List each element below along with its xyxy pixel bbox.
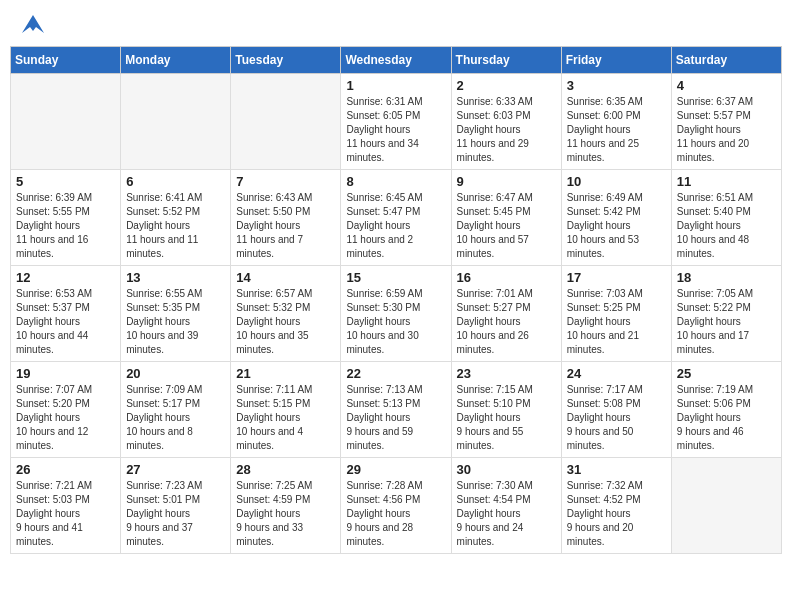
calendar-cell: 4Sunrise: 6:37 AMSunset: 5:57 PMDaylight… <box>671 74 781 170</box>
day-number: 7 <box>236 174 335 189</box>
day-number: 28 <box>236 462 335 477</box>
calendar-cell: 11Sunrise: 6:51 AMSunset: 5:40 PMDayligh… <box>671 170 781 266</box>
day-info: Sunrise: 6:37 AMSunset: 5:57 PMDaylight … <box>677 95 776 165</box>
day-number: 31 <box>567 462 666 477</box>
calendar-cell: 31Sunrise: 7:32 AMSunset: 4:52 PMDayligh… <box>561 458 671 554</box>
calendar-header-row: SundayMondayTuesdayWednesdayThursdayFrid… <box>11 47 782 74</box>
day-number: 24 <box>567 366 666 381</box>
day-number: 13 <box>126 270 225 285</box>
calendar-cell: 17Sunrise: 7:03 AMSunset: 5:25 PMDayligh… <box>561 266 671 362</box>
day-info: Sunrise: 7:21 AMSunset: 5:03 PMDaylight … <box>16 479 115 549</box>
day-number: 15 <box>346 270 445 285</box>
day-info: Sunrise: 6:31 AMSunset: 6:05 PMDaylight … <box>346 95 445 165</box>
day-info: Sunrise: 6:47 AMSunset: 5:45 PMDaylight … <box>457 191 556 261</box>
day-info: Sunrise: 7:15 AMSunset: 5:10 PMDaylight … <box>457 383 556 453</box>
day-number: 21 <box>236 366 335 381</box>
day-number: 11 <box>677 174 776 189</box>
svg-marker-0 <box>22 15 44 33</box>
col-header-friday: Friday <box>561 47 671 74</box>
day-info: Sunrise: 6:41 AMSunset: 5:52 PMDaylight … <box>126 191 225 261</box>
day-info: Sunrise: 7:32 AMSunset: 4:52 PMDaylight … <box>567 479 666 549</box>
calendar-cell <box>671 458 781 554</box>
day-info: Sunrise: 6:59 AMSunset: 5:30 PMDaylight … <box>346 287 445 357</box>
day-info: Sunrise: 7:11 AMSunset: 5:15 PMDaylight … <box>236 383 335 453</box>
day-number: 6 <box>126 174 225 189</box>
day-number: 9 <box>457 174 556 189</box>
day-number: 25 <box>677 366 776 381</box>
calendar-cell: 13Sunrise: 6:55 AMSunset: 5:35 PMDayligh… <box>121 266 231 362</box>
calendar-cell: 12Sunrise: 6:53 AMSunset: 5:37 PMDayligh… <box>11 266 121 362</box>
calendar-cell <box>11 74 121 170</box>
day-info: Sunrise: 7:25 AMSunset: 4:59 PMDaylight … <box>236 479 335 549</box>
calendar-cell: 2Sunrise: 6:33 AMSunset: 6:03 PMDaylight… <box>451 74 561 170</box>
day-info: Sunrise: 7:13 AMSunset: 5:13 PMDaylight … <box>346 383 445 453</box>
day-number: 5 <box>16 174 115 189</box>
col-header-saturday: Saturday <box>671 47 781 74</box>
calendar-cell: 10Sunrise: 6:49 AMSunset: 5:42 PMDayligh… <box>561 170 671 266</box>
day-number: 23 <box>457 366 556 381</box>
calendar-cell <box>121 74 231 170</box>
calendar-week-2: 5Sunrise: 6:39 AMSunset: 5:55 PMDaylight… <box>11 170 782 266</box>
day-info: Sunrise: 6:57 AMSunset: 5:32 PMDaylight … <box>236 287 335 357</box>
calendar-cell: 7Sunrise: 6:43 AMSunset: 5:50 PMDaylight… <box>231 170 341 266</box>
calendar-week-1: 1Sunrise: 6:31 AMSunset: 6:05 PMDaylight… <box>11 74 782 170</box>
day-info: Sunrise: 6:33 AMSunset: 6:03 PMDaylight … <box>457 95 556 165</box>
calendar-cell: 19Sunrise: 7:07 AMSunset: 5:20 PMDayligh… <box>11 362 121 458</box>
logo <box>20 15 44 33</box>
day-info: Sunrise: 7:05 AMSunset: 5:22 PMDaylight … <box>677 287 776 357</box>
day-number: 14 <box>236 270 335 285</box>
calendar-cell: 24Sunrise: 7:17 AMSunset: 5:08 PMDayligh… <box>561 362 671 458</box>
calendar-cell: 8Sunrise: 6:45 AMSunset: 5:47 PMDaylight… <box>341 170 451 266</box>
col-header-wednesday: Wednesday <box>341 47 451 74</box>
day-number: 4 <box>677 78 776 93</box>
calendar-cell: 21Sunrise: 7:11 AMSunset: 5:15 PMDayligh… <box>231 362 341 458</box>
day-number: 22 <box>346 366 445 381</box>
day-number: 29 <box>346 462 445 477</box>
day-number: 20 <box>126 366 225 381</box>
calendar-cell: 1Sunrise: 6:31 AMSunset: 6:05 PMDaylight… <box>341 74 451 170</box>
day-number: 1 <box>346 78 445 93</box>
day-number: 26 <box>16 462 115 477</box>
calendar-cell: 22Sunrise: 7:13 AMSunset: 5:13 PMDayligh… <box>341 362 451 458</box>
day-info: Sunrise: 6:55 AMSunset: 5:35 PMDaylight … <box>126 287 225 357</box>
day-number: 3 <box>567 78 666 93</box>
day-info: Sunrise: 6:53 AMSunset: 5:37 PMDaylight … <box>16 287 115 357</box>
col-header-thursday: Thursday <box>451 47 561 74</box>
day-number: 16 <box>457 270 556 285</box>
day-info: Sunrise: 6:39 AMSunset: 5:55 PMDaylight … <box>16 191 115 261</box>
calendar-cell: 5Sunrise: 6:39 AMSunset: 5:55 PMDaylight… <box>11 170 121 266</box>
day-info: Sunrise: 7:03 AMSunset: 5:25 PMDaylight … <box>567 287 666 357</box>
day-info: Sunrise: 6:45 AMSunset: 5:47 PMDaylight … <box>346 191 445 261</box>
logo-bird-icon <box>22 15 44 33</box>
day-number: 10 <box>567 174 666 189</box>
calendar-cell: 3Sunrise: 6:35 AMSunset: 6:00 PMDaylight… <box>561 74 671 170</box>
day-number: 30 <box>457 462 556 477</box>
day-info: Sunrise: 6:43 AMSunset: 5:50 PMDaylight … <box>236 191 335 261</box>
day-info: Sunrise: 7:19 AMSunset: 5:06 PMDaylight … <box>677 383 776 453</box>
calendar-cell: 28Sunrise: 7:25 AMSunset: 4:59 PMDayligh… <box>231 458 341 554</box>
day-info: Sunrise: 7:07 AMSunset: 5:20 PMDaylight … <box>16 383 115 453</box>
day-number: 18 <box>677 270 776 285</box>
day-info: Sunrise: 7:17 AMSunset: 5:08 PMDaylight … <box>567 383 666 453</box>
calendar-week-4: 19Sunrise: 7:07 AMSunset: 5:20 PMDayligh… <box>11 362 782 458</box>
calendar-cell: 25Sunrise: 7:19 AMSunset: 5:06 PMDayligh… <box>671 362 781 458</box>
calendar-cell: 15Sunrise: 6:59 AMSunset: 5:30 PMDayligh… <box>341 266 451 362</box>
calendar-cell: 14Sunrise: 6:57 AMSunset: 5:32 PMDayligh… <box>231 266 341 362</box>
col-header-sunday: Sunday <box>11 47 121 74</box>
calendar-cell: 9Sunrise: 6:47 AMSunset: 5:45 PMDaylight… <box>451 170 561 266</box>
calendar-cell: 30Sunrise: 7:30 AMSunset: 4:54 PMDayligh… <box>451 458 561 554</box>
calendar-week-3: 12Sunrise: 6:53 AMSunset: 5:37 PMDayligh… <box>11 266 782 362</box>
calendar-cell: 26Sunrise: 7:21 AMSunset: 5:03 PMDayligh… <box>11 458 121 554</box>
calendar-cell: 20Sunrise: 7:09 AMSunset: 5:17 PMDayligh… <box>121 362 231 458</box>
day-info: Sunrise: 7:23 AMSunset: 5:01 PMDaylight … <box>126 479 225 549</box>
day-number: 2 <box>457 78 556 93</box>
day-number: 19 <box>16 366 115 381</box>
calendar-cell: 29Sunrise: 7:28 AMSunset: 4:56 PMDayligh… <box>341 458 451 554</box>
col-header-tuesday: Tuesday <box>231 47 341 74</box>
col-header-monday: Monday <box>121 47 231 74</box>
day-info: Sunrise: 7:30 AMSunset: 4:54 PMDaylight … <box>457 479 556 549</box>
day-number: 17 <box>567 270 666 285</box>
day-number: 27 <box>126 462 225 477</box>
calendar-cell <box>231 74 341 170</box>
calendar-cell: 27Sunrise: 7:23 AMSunset: 5:01 PMDayligh… <box>121 458 231 554</box>
